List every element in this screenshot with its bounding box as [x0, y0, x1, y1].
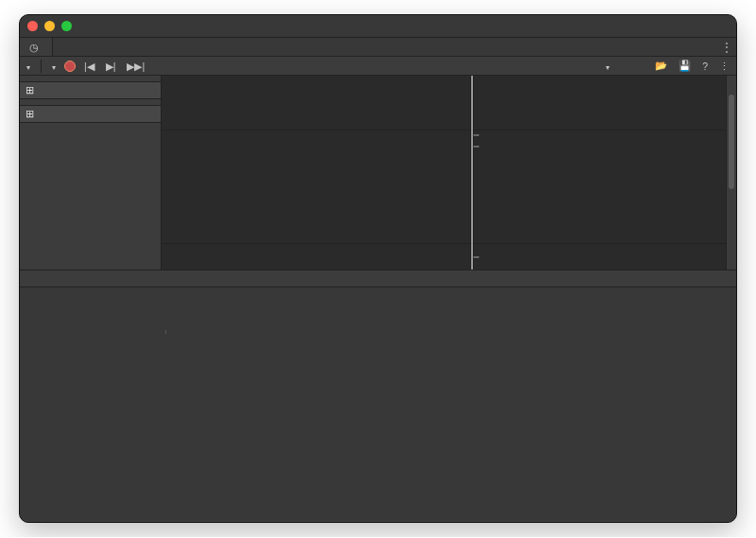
- maximize-icon[interactable]: [61, 21, 72, 31]
- minimize-icon[interactable]: [44, 21, 55, 31]
- call-stacks-dropdown[interactable]: [603, 61, 612, 72]
- tab-profiler[interactable]: ◷: [20, 38, 53, 56]
- toolbar: |◀ ▶| ▶▶| 📂 💾 ? ⋮: [20, 57, 736, 76]
- scrollbar[interactable]: [727, 76, 736, 269]
- tab-options-icon[interactable]: ⋮: [721, 41, 732, 54]
- marker-3: [473, 256, 479, 258]
- chart-column[interactable]: [162, 76, 727, 269]
- profiler-icon: ◷: [29, 42, 39, 53]
- overlaps-table: [24, 330, 732, 334]
- playhead[interactable]: [472, 76, 472, 269]
- window-controls: [27, 21, 72, 31]
- physics2d-icon: ⊞: [26, 108, 34, 120]
- last-frame-icon[interactable]: ▶▶|: [124, 61, 147, 72]
- tab-row: ◷ ⋮: [20, 38, 736, 57]
- marker-2: [473, 146, 479, 148]
- physics-icon: ⊞: [26, 84, 34, 96]
- load-icon[interactable]: 📂: [652, 60, 670, 72]
- details-pane: [20, 269, 736, 522]
- play-mode-dropdown[interactable]: [49, 61, 59, 72]
- profiler-modules-dropdown[interactable]: [24, 61, 33, 72]
- prev-frame-icon[interactable]: |◀: [81, 61, 97, 72]
- graphs-area: ⊞ ⊞: [20, 76, 736, 269]
- help-icon[interactable]: ?: [699, 61, 711, 72]
- titlebar: [20, 15, 736, 38]
- module-header-physics2d[interactable]: ⊞: [20, 105, 161, 123]
- next-frame-icon[interactable]: ▶|: [103, 61, 119, 72]
- record-button[interactable]: [64, 61, 76, 72]
- save-icon[interactable]: 💾: [676, 60, 694, 72]
- options-icon[interactable]: ⋮: [716, 61, 732, 72]
- marker-1: [473, 134, 479, 136]
- close-icon[interactable]: [27, 21, 38, 31]
- module-header-physics[interactable]: ⊞: [20, 81, 161, 99]
- legend-column: ⊞ ⊞: [20, 76, 162, 269]
- profiler-window: ◷ ⋮ |◀ ▶| ▶▶| 📂 💾 ? ⋮: [19, 14, 737, 523]
